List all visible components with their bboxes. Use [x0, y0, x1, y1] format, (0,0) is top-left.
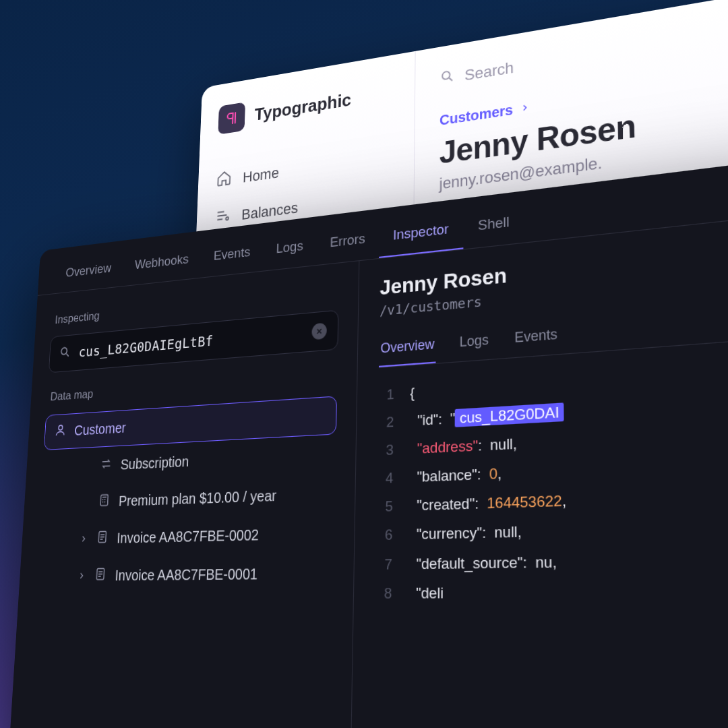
- tree-node-label: Customer: [74, 420, 127, 439]
- tab-logs[interactable]: Logs: [262, 229, 317, 271]
- breadcrumb-label: Customers: [439, 102, 513, 129]
- tree-node-label: Invoice AA8C7FBE-0002: [117, 526, 259, 547]
- inspector-right-pane: Jenny Rosen /v1/customers Overview Logs …: [351, 210, 728, 728]
- tree-node-label: Invoice AA8C7FBE-0001: [115, 566, 258, 584]
- sidebar-item-label: Home: [243, 164, 280, 186]
- svg-point-0: [226, 217, 229, 220]
- detail-tab-overview[interactable]: Overview: [379, 330, 436, 367]
- search-icon: [439, 67, 455, 89]
- home-icon: [216, 169, 232, 191]
- tab-errors[interactable]: Errors: [316, 222, 380, 265]
- cycle-icon: [100, 456, 113, 475]
- tab-events[interactable]: Events: [200, 236, 264, 278]
- clear-button[interactable]: [311, 323, 327, 340]
- chevron-right-icon: [79, 530, 88, 547]
- inspector-left-pane: Inspecting cus_L82G0DAIEgLtBf Data map C…: [7, 261, 359, 728]
- tab-shell[interactable]: Shell: [463, 204, 524, 249]
- inspector-window: Overview Webhooks Events Logs Errors Ins…: [7, 153, 728, 728]
- tree-node-invoice[interactable]: Invoice AA8C7FBE-0001: [67, 554, 334, 594]
- svg-point-2: [61, 347, 67, 355]
- json-viewer[interactable]: 1{2 "id": "cus_L82G0DAI3 "address": null…: [375, 351, 728, 608]
- receipt-icon: [94, 567, 107, 585]
- svg-rect-4: [100, 495, 108, 506]
- detail-tab-logs[interactable]: Logs: [458, 326, 490, 361]
- tree-node-invoice[interactable]: Invoice AA8C7FBE-0002: [69, 514, 334, 557]
- svg-point-3: [59, 425, 63, 430]
- pilcrow-icon: [218, 102, 245, 134]
- search-icon: [59, 345, 71, 363]
- object-id-value: cus_L82G0DAIEgLtBf: [78, 324, 303, 361]
- balances-icon: [214, 206, 231, 229]
- search-placeholder: Search: [464, 59, 514, 85]
- user-icon: [54, 423, 67, 441]
- detail-tab-events[interactable]: Events: [513, 320, 559, 358]
- tree-node-label: Premium plan $10.00 / year: [119, 487, 277, 510]
- data-map-tree: Customer Subscription Premium plan $10.0…: [35, 396, 337, 594]
- calculator-icon: [98, 493, 111, 511]
- brand-name: Typographic: [254, 89, 351, 125]
- chevron-right-icon: [77, 568, 86, 584]
- chevron-right-icon: [520, 99, 530, 117]
- receipt-icon: [96, 530, 109, 548]
- svg-point-1: [442, 71, 450, 80]
- brand: Typographic: [218, 78, 394, 135]
- tree-node-label: Subscription: [120, 453, 189, 473]
